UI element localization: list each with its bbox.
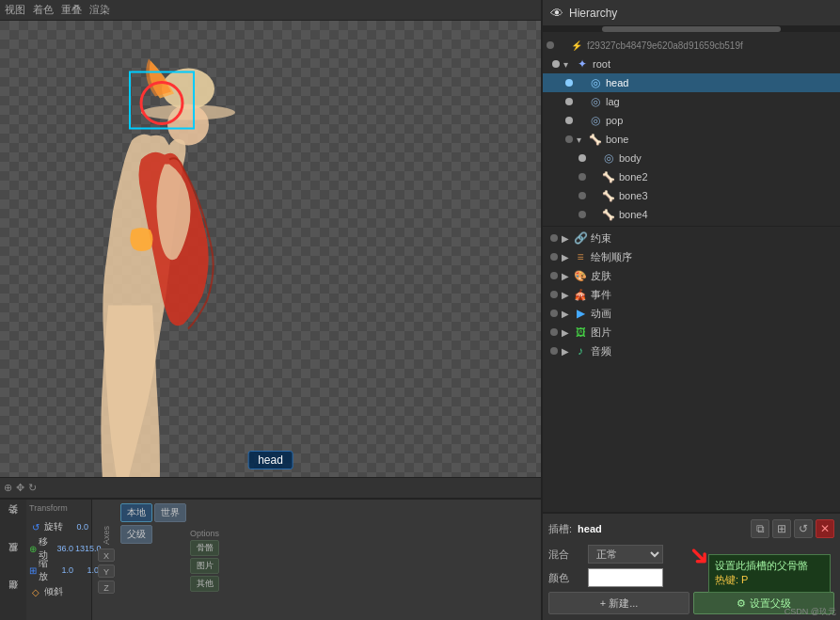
svg-point-2 xyxy=(167,104,209,146)
tree-item-bone2[interactable]: 🦴 bone2 xyxy=(543,167,840,186)
tree-item-lag[interactable]: ◎ lag xyxy=(543,92,840,111)
scroll-thumb[interactable] xyxy=(602,26,781,32)
other-options-btn[interactable]: 其他 xyxy=(190,576,219,592)
transform-panel: Transform ↺ 旋转 0.0 ⊕ 移动 36.0 1315.0 ⊞ 缩 xyxy=(26,500,92,620)
tree-icon-draw-order: ≡ xyxy=(573,249,588,264)
viewport-menu-shade[interactable]: 着色 xyxy=(33,3,54,17)
new-btn[interactable]: + 新建... xyxy=(548,592,689,614)
rotate-label: 旋转 xyxy=(44,520,63,533)
tree-icon-skin: 🎨 xyxy=(573,268,588,283)
tree-expand-skin[interactable]: ▶ xyxy=(562,271,573,281)
tree-dot xyxy=(547,41,554,49)
tilt-icon: ◇ xyxy=(29,585,42,598)
options-panel: Options 骨骼 图片 其他 xyxy=(190,503,219,616)
scale-row: ⊞ 缩放 1.0 1.0 xyxy=(29,561,88,580)
tree-expand-root[interactable]: ▾ xyxy=(563,59,575,70)
tree-icon-body: ◎ xyxy=(601,151,616,166)
axis-y-btn[interactable]: Y xyxy=(98,564,115,578)
move-val1[interactable]: 36.0 xyxy=(50,544,73,553)
rotate-value[interactable]: 0.0 xyxy=(65,522,88,532)
tree-label-images: 图片 xyxy=(591,326,836,340)
world-btn[interactable]: 世界 xyxy=(154,503,186,522)
hierarchy-tree[interactable]: ⚡ f29327cb48479e620a8d91659cb519f ▾ ✦ ro… xyxy=(543,32,840,512)
viewport-menu-render[interactable]: 渲染 xyxy=(89,3,110,17)
viewport-menu-view[interactable]: 视图 xyxy=(5,3,25,17)
tree-icon-hash: ⚡ xyxy=(569,38,584,53)
tree-dot xyxy=(565,117,573,124)
tree-item-bone[interactable]: ▾ 🦴 bone xyxy=(543,130,840,149)
tilt-label: 倾斜 xyxy=(44,585,88,598)
main-container: 视图 着色 重叠 渲染 xyxy=(0,0,840,620)
tree-dot xyxy=(552,60,560,68)
tree-expand-audio[interactable]: ▶ xyxy=(562,346,573,357)
tree-expand-animation[interactable]: ▶ xyxy=(562,309,573,319)
tree-item-events[interactable]: ▶ 🎪 事件 xyxy=(543,285,840,304)
tree-item-bone4[interactable]: 🦴 bone4 xyxy=(543,205,840,224)
tree-label-pop: pop xyxy=(606,115,836,126)
paste-slot-btn[interactable]: ⊞ xyxy=(772,519,791,538)
tree-expand-images[interactable]: ▶ xyxy=(562,327,573,338)
reset-slot-btn[interactable]: ↺ xyxy=(794,519,813,538)
slot-panel: 插槽: head ⧉ ⊞ ↺ ✕ xyxy=(543,512,840,620)
slot-icons: ⧉ ⊞ ↺ ✕ xyxy=(751,519,834,538)
tree-dot xyxy=(550,234,558,242)
tree-expand-constraints[interactable]: ▶ xyxy=(562,233,573,244)
viewport-pan-icon: ✥ xyxy=(16,482,24,494)
tree-item-constraints[interactable]: ▶ 🔗 约束 xyxy=(543,229,840,247)
tree-expand-draw-order[interactable]: ▶ xyxy=(562,252,573,262)
tree-icon-lag: ◎ xyxy=(588,94,603,109)
hierarchy-buttons: 父级 xyxy=(120,525,186,544)
tree-label-skin: 皮肤 xyxy=(591,269,836,283)
tree-icon-head: ◎ xyxy=(588,75,603,90)
tree-item-bone3[interactable]: 🦴 bone3 xyxy=(543,186,840,205)
viewport-panel: 视图 着色 重叠 渲染 xyxy=(0,0,541,620)
hierarchy-title: Hierarchy xyxy=(569,7,617,20)
tree-dot xyxy=(578,154,586,162)
tilt-row: ◇ 倾斜 xyxy=(29,582,88,601)
scale-val1[interactable]: 1.0 xyxy=(50,565,73,575)
color-value[interactable] xyxy=(588,568,663,587)
tree-item-pop[interactable]: ◎ pop xyxy=(543,111,840,130)
tree-dot xyxy=(565,98,573,105)
tree-item-animation[interactable]: ▶ ▶ 动画 xyxy=(543,304,840,323)
bottom-panel: 姿势 权重 创建 Transform ↺ 旋转 0.0 ⊕ 移动 36.0 13… xyxy=(0,498,541,620)
coord-buttons: 本地 世界 xyxy=(120,503,186,522)
eye-icon[interactable]: 👁 xyxy=(550,6,563,21)
character-svg xyxy=(0,21,541,477)
tree-expand-bone[interactable]: ▾ xyxy=(577,135,588,145)
tree-item-head[interactable]: ◎ head xyxy=(543,73,840,92)
tooltip-shortcut: 热键: P xyxy=(715,574,748,585)
blend-select[interactable]: 正常 xyxy=(588,545,663,564)
tree-icon-constraints: 🔗 xyxy=(573,231,588,246)
local-btn[interactable]: 本地 xyxy=(120,503,152,522)
copy-slot-btn[interactable]: ⧉ xyxy=(751,519,769,538)
paste-icon: ⊞ xyxy=(777,522,786,535)
move-row: ⊕ 移动 36.0 1315.0 xyxy=(29,539,88,558)
tree-item-draw-order[interactable]: ▶ ≡ 绘制顺序 xyxy=(543,247,840,266)
tree-dot xyxy=(565,135,573,143)
bone-options-btn[interactable]: 骨骼 xyxy=(190,540,219,556)
axis-z-btn[interactable]: Z xyxy=(98,580,115,594)
slot-name-value: head xyxy=(578,523,602,534)
images-options-btn[interactable]: 图片 xyxy=(190,558,219,574)
slot-label: 插槽: xyxy=(548,522,572,536)
tree-item-root-hash[interactable]: ⚡ f29327cb48479e620a8d91659cb519f xyxy=(543,36,840,55)
tree-item-root[interactable]: ▾ ✦ root xyxy=(543,55,840,73)
tree-expand-events[interactable]: ▶ xyxy=(562,290,573,300)
tree-item-skin[interactable]: ▶ 🎨 皮肤 xyxy=(543,266,840,285)
axis-x-btn[interactable]: X xyxy=(98,548,115,562)
parent-btn[interactable]: 父级 xyxy=(120,525,152,544)
tree-dot xyxy=(565,79,573,87)
viewport-area: head xyxy=(0,21,541,477)
tree-label-events: 事件 xyxy=(591,288,836,302)
tree-item-body[interactable]: ◎ body xyxy=(543,149,840,167)
tree-dot xyxy=(550,291,558,298)
viewport-menu-overlay[interactable]: 重叠 xyxy=(61,3,82,17)
tree-item-audio[interactable]: ▶ ♪ 音频 xyxy=(543,342,840,360)
tree-dot xyxy=(578,211,586,218)
tree-item-images[interactable]: ▶ 🖼 图片 xyxy=(543,323,840,342)
close-slot-btn[interactable]: ✕ xyxy=(816,519,834,538)
tree-icon-root: ✦ xyxy=(575,56,590,72)
rotate-icon: ↺ xyxy=(29,520,42,533)
rotate-row: ↺ 旋转 0.0 xyxy=(29,517,88,536)
